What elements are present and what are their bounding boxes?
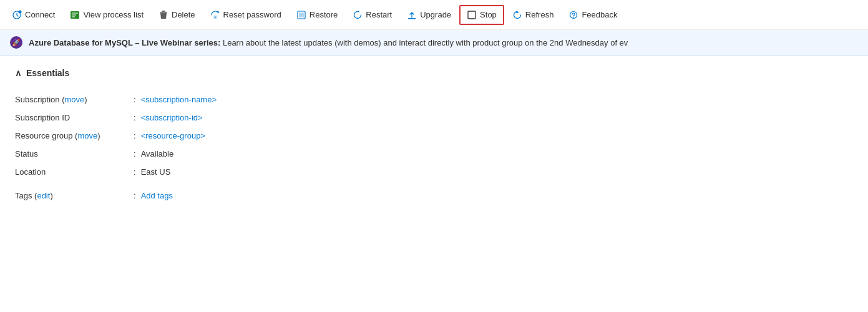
delete-button[interactable]: Delete [152, 6, 202, 24]
subscription-id-colon: : [134, 113, 136, 122]
main-content: ∧ Essentials Subscription (move) : <subs… [0, 56, 868, 213]
stop-button[interactable]: Stop [459, 5, 504, 25]
stop-label: Stop [480, 10, 497, 19]
essentials-left-column: Subscription (move) : <subscription-name… [15, 90, 434, 181]
connect-button[interactable]: Connect [5, 6, 62, 24]
svg-rect-12 [468, 11, 475, 19]
upgrade-label: Upgrade [420, 10, 451, 19]
subscription-id-label: Subscription ID [15, 113, 134, 122]
essentials-title: Essentials [26, 68, 69, 78]
svg-rect-5 [162, 11, 165, 12]
subscription-id-row: Subscription ID : <subscription-id> [15, 109, 434, 127]
banner-icon: 🚀 [10, 36, 22, 49]
view-process-list-label: View process list [83, 10, 144, 19]
restart-label: Restart [366, 10, 392, 19]
process-list-icon [70, 10, 80, 20]
subscription-colon: : [134, 95, 136, 104]
subscription-label: Subscription (move) [15, 95, 134, 104]
subscription-move-link[interactable]: move [64, 95, 84, 104]
view-process-list-button[interactable]: View process list [63, 6, 150, 24]
status-row: Status : Available [15, 145, 434, 163]
delete-label: Delete [172, 10, 195, 19]
resource-group-move-link[interactable]: move [77, 131, 97, 140]
location-row: Location : East US [15, 163, 434, 181]
feedback-button[interactable]: Feedback [562, 6, 624, 24]
svg-rect-10 [299, 12, 304, 17]
banner-regular-text: Learn about the latest updates (with dem… [223, 38, 628, 47]
resource-group-value[interactable]: <resource-group> [141, 131, 205, 140]
tags-label: Tags (edit) [15, 191, 134, 200]
status-label: Status [15, 149, 134, 158]
reset-password-icon [210, 10, 220, 20]
delete-icon [158, 10, 168, 20]
resource-group-label: Resource group (move) [15, 131, 134, 140]
resource-group-row: Resource group (move) : <resource-group> [15, 127, 434, 145]
tags-row: Tags (edit) : Add tags [15, 191, 853, 200]
tags-colon: : [134, 191, 136, 200]
resource-group-colon: : [134, 131, 136, 140]
upgrade-button[interactable]: Upgrade [400, 6, 458, 24]
essentials-section-header[interactable]: ∧ Essentials [15, 68, 853, 78]
location-value: East US [141, 167, 171, 177]
upgrade-icon [407, 10, 417, 20]
status-colon: : [134, 149, 136, 158]
subscription-id-value[interactable]: <subscription-id> [141, 113, 203, 122]
location-label: Location [15, 167, 134, 177]
restore-button[interactable]: Restore [290, 6, 345, 24]
feedback-label: Feedback [582, 10, 617, 19]
tags-add-link[interactable]: Add tags [141, 191, 173, 200]
subscription-row: Subscription (move) : <subscription-name… [15, 90, 434, 109]
refresh-button[interactable]: Refresh [505, 6, 561, 24]
stop-icon [467, 10, 477, 20]
status-value: Available [141, 149, 174, 158]
svg-rect-6 [160, 12, 167, 13]
svg-point-0 [19, 10, 22, 13]
reset-password-label: Reset password [223, 10, 281, 19]
essentials-grid: Subscription (move) : <subscription-name… [15, 90, 853, 181]
refresh-icon [512, 10, 522, 20]
banner-text: Azure Database for MySQL – Live Webinar … [29, 38, 628, 47]
svg-rect-11 [408, 18, 416, 19]
connect-label: Connect [25, 10, 55, 19]
restart-icon [353, 10, 363, 20]
connect-icon [12, 10, 22, 20]
banner-bold-text: Azure Database for MySQL – Live Webinar … [29, 38, 220, 47]
webinar-banner: 🚀 Azure Database for MySQL – Live Webina… [0, 30, 868, 56]
svg-point-14 [573, 17, 575, 18]
restore-label: Restore [310, 10, 338, 19]
restart-button[interactable]: Restart [346, 6, 399, 24]
essentials-right-column [434, 90, 854, 181]
svg-point-8 [215, 16, 216, 17]
feedback-icon [568, 10, 578, 20]
subscription-value[interactable]: <subscription-name> [141, 95, 217, 104]
essentials-chevron-icon: ∧ [15, 68, 21, 78]
refresh-label: Refresh [525, 10, 554, 19]
tags-edit-link[interactable]: edit [37, 191, 50, 200]
location-colon: : [134, 167, 136, 177]
restore-icon [296, 10, 306, 20]
toolbar: Connect View process list Delete [0, 0, 868, 30]
reset-password-button[interactable]: Reset password [203, 6, 288, 24]
